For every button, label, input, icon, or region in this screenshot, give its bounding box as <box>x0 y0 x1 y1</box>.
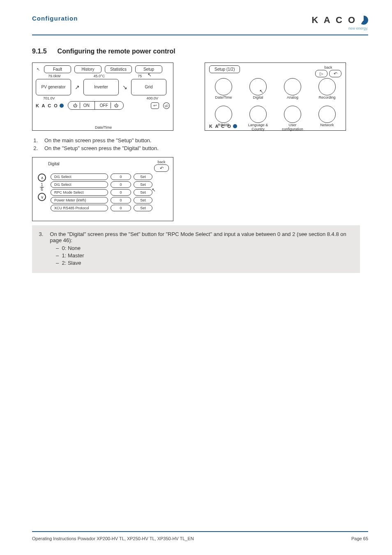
datetime-button[interactable] <box>215 78 232 95</box>
on-off-toggle[interactable]: ⏻ON OFF⏻ <box>68 101 124 110</box>
setup-screen-mock: Setup (1/2) back ▷ ↶ ↖ Date/Time Digital… <box>205 62 346 131</box>
brand-small-text: K A C O <box>209 124 232 129</box>
arrow-right-icon: ↘ <box>121 84 129 90</box>
page-total: 6 <box>40 187 44 192</box>
page-indicator: 1 6 <box>40 183 44 192</box>
set-button[interactable]: Set <box>134 173 152 180</box>
row-label: DI1 Select <box>51 173 108 180</box>
option-text: 0: None <box>62 245 81 251</box>
power-icon: ⏻ <box>112 102 121 109</box>
brand-small-text: K A C O <box>36 103 58 108</box>
userconfig-button[interactable] <box>284 106 301 123</box>
digital-title: Digital <box>48 160 60 166</box>
network-button[interactable] <box>318 106 336 123</box>
step-text: On the "Setup" screen press the "Digital… <box>44 145 159 151</box>
cell-label: Date/Time <box>209 96 238 104</box>
return-button[interactable]: ↶ <box>154 164 169 172</box>
history-button[interactable]: History <box>74 65 101 73</box>
section-title: Configuring the remote power control <box>58 48 175 55</box>
row-label: DI1 Select <box>51 181 108 188</box>
setup-title: Setup (1/2) <box>209 65 240 73</box>
set-button[interactable]: Set <box>134 181 152 188</box>
cell-label: Digital <box>244 96 272 104</box>
brand-tagline: new energy. <box>312 26 368 30</box>
scroll-up-button[interactable]: ∧ <box>38 173 46 182</box>
digital-screen-mock: Digital back ↶ ↖ ∧ 1 6 ∨ DI1 Select0Set … <box>32 157 173 221</box>
inverter-box[interactable]: Inverter <box>83 79 119 95</box>
set-button[interactable]: Set <box>134 205 152 211</box>
scroll-down-button[interactable]: ∨ <box>38 193 46 201</box>
dash-icon: – <box>56 260 59 266</box>
cell-label: Network <box>313 123 341 132</box>
cursor-icon: ↖ <box>36 67 41 72</box>
section-number: 9.1.5 <box>32 48 47 55</box>
footer-right: Page 65 <box>351 536 368 541</box>
analog-button[interactable] <box>284 78 301 95</box>
row-value: 0 <box>111 189 131 196</box>
footer-divider <box>32 531 368 532</box>
swirl-icon <box>60 104 64 108</box>
temp-value: 45.0°C <box>94 74 105 78</box>
step-number: 2. <box>32 145 38 151</box>
row-value: 0 <box>111 181 131 188</box>
row-label: Power Meter (kWh) <box>51 197 108 204</box>
brand-small: K A C O <box>209 124 237 129</box>
row-value: 0 <box>111 197 131 204</box>
rs485-button[interactable] <box>215 106 232 123</box>
dash-icon: – <box>56 245 59 251</box>
eff-value: 75 <box>138 74 142 78</box>
step3-block: 3. On the "Digital" screen press the "Se… <box>32 225 360 273</box>
page-header-title: Configuration <box>32 15 78 22</box>
cell-label: Language & Country <box>244 123 272 132</box>
ac-voltage: 400.0V <box>146 96 158 100</box>
row-label: XCU RS485 Protocol <box>51 205 108 211</box>
back-label: back <box>315 65 341 69</box>
cursor-icon: ↖ <box>259 88 263 94</box>
fault-button[interactable]: Fault <box>44 65 71 73</box>
datetime-label: Date/Time <box>95 125 112 130</box>
option-text: 2: Slave <box>62 260 81 266</box>
back-label: back <box>154 160 169 164</box>
step-number: 3. <box>38 231 43 243</box>
power-value: 79.0kW <box>48 74 61 78</box>
sd-icon: SD <box>162 101 171 110</box>
brand-logo: K A C O new energy. <box>312 15 368 30</box>
cell-label: Recording <box>313 96 341 104</box>
brand-text: K A C O <box>312 15 357 25</box>
dc-voltage: 701.0V <box>43 96 55 100</box>
grid-box[interactable]: Grid <box>131 79 166 95</box>
arrow-right-icon: ↗ <box>74 84 81 90</box>
statistics-button[interactable]: Statistics <box>105 65 132 73</box>
step-text: On the "Digital" screen press the "Set" … <box>50 231 354 243</box>
step-number: 1. <box>32 137 38 143</box>
step-text: On the main screen press the "Setup" but… <box>44 137 152 143</box>
cursor-icon: ↖ <box>148 72 152 78</box>
on-label: ON <box>81 102 92 109</box>
row-value: 0 <box>111 205 131 211</box>
next-button[interactable]: ▷ <box>315 70 327 77</box>
cell-label: Analog <box>278 96 307 104</box>
set-button[interactable]: Set <box>134 197 152 204</box>
row-value: 0 <box>111 173 131 180</box>
digital-button[interactable] <box>249 78 267 95</box>
swirl-icon <box>233 124 237 128</box>
main-screen-mock: ↖ Fault History Statistics Setup ↖ 79.0k… <box>32 62 173 131</box>
brand-small: K A C O <box>36 103 64 108</box>
off-label: OFF <box>97 102 111 109</box>
row-label: RPC Mode Select <box>51 189 108 196</box>
back-icon-box[interactable]: ↩ <box>151 102 159 109</box>
swirl-icon <box>359 16 368 25</box>
language-button[interactable] <box>249 106 267 123</box>
pv-generator-box[interactable]: PV generator <box>36 79 71 95</box>
recording-button[interactable] <box>318 78 336 95</box>
power-icon: ⏻ <box>71 102 80 109</box>
cursor-icon: ↖ <box>152 187 156 193</box>
return-button[interactable]: ↶ <box>329 70 341 77</box>
set-button[interactable]: Set <box>134 189 152 196</box>
option-text: 1: Master <box>62 252 84 259</box>
dash-icon: – <box>56 252 59 259</box>
footer-left: Operating Instructions Powador XP200-HV … <box>32 536 194 541</box>
cell-label: User configuration <box>278 123 307 132</box>
